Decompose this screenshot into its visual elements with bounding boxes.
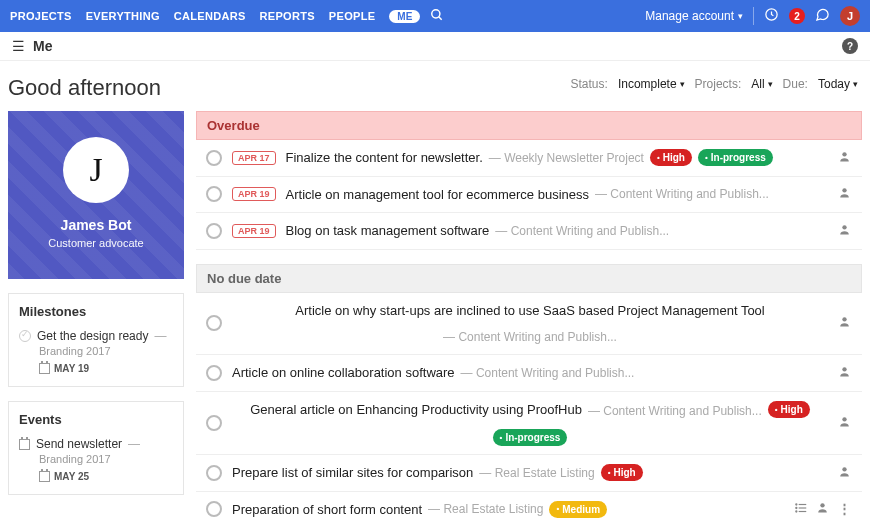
profile-card: J James Bot Customer advocate xyxy=(8,111,184,279)
priority-high-tag: High xyxy=(768,401,810,418)
nav-reports[interactable]: REPORTS xyxy=(260,10,315,22)
event-item[interactable]: Send newsletter — Branding 2017 MAY 25 xyxy=(19,437,173,482)
page-subheader: ☰ Me ? xyxy=(0,32,870,61)
task-checkbox[interactable] xyxy=(206,501,222,517)
list-icon[interactable] xyxy=(794,501,808,518)
task-title: Finalize the content for newsletter. xyxy=(286,148,483,168)
milestone-title: Get the design ready xyxy=(37,329,148,343)
task-checkbox[interactable] xyxy=(206,150,222,166)
filter-due[interactable]: Today▾ xyxy=(818,77,858,91)
milestone-item[interactable]: Get the design ready — Branding 2017 MAY… xyxy=(19,329,173,374)
svg-point-9 xyxy=(842,467,846,471)
task-due-pill: APR 19 xyxy=(232,224,276,238)
calendar-icon xyxy=(39,471,50,482)
status-inprogress-tag: In-progress xyxy=(493,429,568,446)
filter-status-label: Status: xyxy=(571,77,608,91)
more-icon[interactable]: ⋮ xyxy=(838,501,852,518)
event-project: Branding 2017 xyxy=(39,453,173,465)
milestones-heading: Milestones xyxy=(19,304,173,319)
task-row[interactable]: Article on why start-ups are inclined to… xyxy=(196,293,862,356)
task-project: — Content Writing and Publish... xyxy=(595,185,769,203)
nav-everything[interactable]: EVERYTHING xyxy=(86,10,160,22)
task-project: — Content Writing and Publish... xyxy=(588,402,762,420)
task-checkbox[interactable] xyxy=(206,223,222,239)
filter-due-label: Due: xyxy=(783,77,808,91)
priority-medium-tag: Medium xyxy=(549,501,607,518)
event-title: Send newsletter xyxy=(36,437,122,451)
menu-icon[interactable]: ☰ xyxy=(12,38,25,54)
task-title: Blog on task management software xyxy=(286,221,490,241)
group-overdue-header: Overdue xyxy=(196,111,862,140)
events-heading: Events xyxy=(19,412,173,427)
filter-status[interactable]: Incomplete▾ xyxy=(618,77,685,91)
task-row[interactable]: Preparation of short form content — Real… xyxy=(196,492,862,525)
chat-icon[interactable] xyxy=(815,7,830,25)
nav-calendars[interactable]: CALENDARS xyxy=(174,10,246,22)
task-checkbox[interactable] xyxy=(206,415,222,431)
svg-point-8 xyxy=(842,417,846,421)
profile-role: Customer advocate xyxy=(18,237,174,249)
page-title: Me xyxy=(33,38,52,54)
task-title: Preparation of short form content xyxy=(232,500,422,520)
events-section: Events Send newsletter — Branding 2017 M… xyxy=(8,401,184,495)
task-project: — Real Estate Listing xyxy=(428,500,543,518)
task-title: General article on Enhancing Productivit… xyxy=(250,400,582,420)
assignee-icon[interactable] xyxy=(838,415,852,431)
task-checkbox[interactable] xyxy=(206,186,222,202)
nav-projects[interactable]: PROJECTS xyxy=(10,10,72,22)
task-title: Article on why start-ups are inclined to… xyxy=(295,301,764,321)
svg-point-4 xyxy=(842,188,846,192)
svg-point-3 xyxy=(842,152,846,156)
task-checkbox[interactable] xyxy=(206,365,222,381)
manage-account-dropdown[interactable]: Manage account▾ xyxy=(645,9,743,23)
search-icon[interactable] xyxy=(430,8,444,25)
task-due-pill: APR 19 xyxy=(232,187,276,201)
task-checkbox[interactable] xyxy=(206,465,222,481)
svg-point-0 xyxy=(432,9,440,17)
timer-icon[interactable] xyxy=(764,7,779,25)
task-due-pill: APR 17 xyxy=(232,151,276,165)
svg-point-15 xyxy=(796,511,797,512)
calendar-icon xyxy=(39,363,50,374)
task-row[interactable]: APR 19 Blog on task management software … xyxy=(196,213,862,250)
chevron-down-icon: ▾ xyxy=(853,79,858,89)
task-checkbox[interactable] xyxy=(206,315,222,331)
chevron-down-icon: ▾ xyxy=(680,79,685,89)
nav-people[interactable]: PEOPLE xyxy=(329,10,375,22)
milestone-date: MAY 19 xyxy=(54,363,89,374)
task-title: Article on online collaboration software xyxy=(232,363,455,383)
assignee-icon[interactable] xyxy=(838,223,852,239)
task-project: — Real Estate Listing xyxy=(479,464,594,482)
svg-line-1 xyxy=(439,16,442,19)
greeting: Good afternoon xyxy=(8,75,161,101)
task-row[interactable]: APR 19 Article on management tool for ec… xyxy=(196,177,862,214)
task-project: — Weekly Newsletter Project xyxy=(489,149,644,167)
chevron-down-icon: ▾ xyxy=(738,11,743,21)
task-title: Article on management tool for ecommerce… xyxy=(286,185,589,205)
assignee-icon[interactable] xyxy=(838,150,852,166)
nav-me-badge[interactable]: ME xyxy=(389,10,420,23)
task-row[interactable]: Article on online collaboration software… xyxy=(196,355,862,392)
user-avatar[interactable]: J xyxy=(840,6,860,26)
task-title: Prepare list of similar sites for compar… xyxy=(232,463,473,483)
assignee-icon[interactable] xyxy=(838,186,852,202)
notification-badge[interactable]: 2 xyxy=(789,8,805,24)
filter-projects-label: Projects: xyxy=(695,77,742,91)
priority-high-tag: High xyxy=(601,464,643,481)
event-date: MAY 25 xyxy=(54,471,89,482)
task-row[interactable]: Prepare list of similar sites for compar… xyxy=(196,455,862,492)
task-project: — Content Writing and Publish... xyxy=(495,222,669,240)
svg-point-6 xyxy=(842,317,846,321)
calendar-icon xyxy=(19,439,30,450)
assignee-icon[interactable] xyxy=(816,501,830,518)
task-row[interactable]: General article on Enhancing Productivit… xyxy=(196,392,862,456)
assignee-icon[interactable] xyxy=(838,315,852,331)
task-project: — Content Writing and Publish... xyxy=(443,328,617,346)
profile-name: James Bot xyxy=(18,217,174,233)
assignee-icon[interactable] xyxy=(838,465,852,481)
task-row[interactable]: APR 17 Finalize the content for newslett… xyxy=(196,140,862,177)
svg-point-13 xyxy=(796,504,797,505)
help-icon[interactable]: ? xyxy=(842,38,858,54)
assignee-icon[interactable] xyxy=(838,365,852,381)
filter-projects[interactable]: All▾ xyxy=(751,77,772,91)
